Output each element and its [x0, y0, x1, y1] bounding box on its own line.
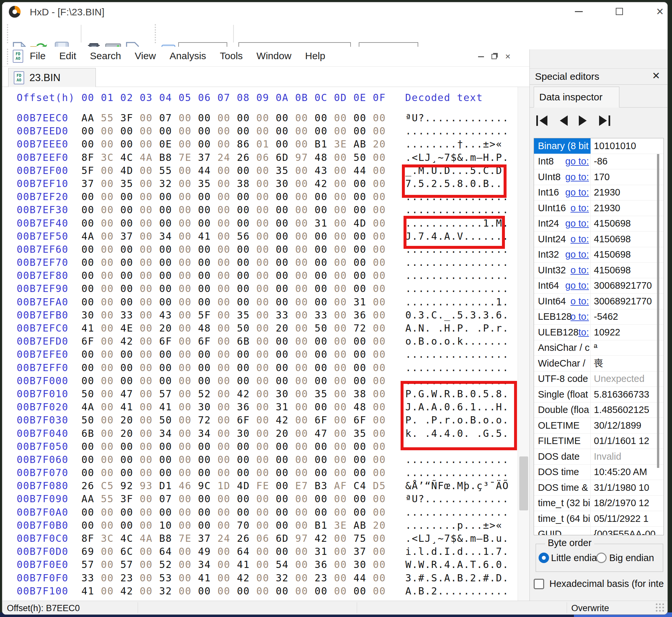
hex-byte[interactable]: 00 — [237, 257, 250, 268]
decoded-text[interactable]: ................ — [405, 454, 509, 465]
inspector-value[interactable]: 30/12/1899 — [591, 418, 664, 433]
hex-byte[interactable]: D5 — [373, 480, 386, 491]
hex-byte[interactable]: 00 — [354, 230, 367, 242]
hex-byte[interactable]: 00 — [373, 165, 386, 176]
hex-byte[interactable]: 37 — [81, 178, 94, 189]
hex-byte[interactable]: 35 — [237, 309, 250, 321]
hex-byte[interactable]: 00 — [217, 414, 231, 426]
hex-byte[interactable]: 00 — [334, 559, 347, 570]
hex-byte[interactable]: 00 — [314, 585, 328, 597]
hex-row[interactable]: 00B7F050 00 00 00 00 00 00 00 00 00 00 0… — [2, 440, 509, 453]
hex-byte[interactable]: 43 — [314, 165, 328, 176]
hex-byte[interactable]: 3C — [101, 152, 114, 163]
hex-byte[interactable]: 00 — [295, 125, 308, 137]
hex-byte[interactable]: 00 — [256, 336, 269, 347]
hex-byte[interactable]: 00 — [334, 388, 347, 400]
hex-editor[interactable]: Offset(h) 00 01 02 03 04 05 06 07 08 09 … — [2, 87, 529, 601]
hex-byte[interactable]: 00 — [120, 191, 134, 202]
hex-byte[interactable]: 00 — [140, 204, 153, 215]
hex-byte[interactable]: 00 — [198, 296, 211, 308]
hex-byte[interactable]: 33 — [314, 309, 328, 321]
hex-byte[interactable]: 00 — [334, 336, 347, 347]
hex-byte[interactable]: 00 — [334, 309, 347, 321]
hex-byte[interactable]: 00 — [101, 375, 114, 387]
hex-byte[interactable]: 00 — [295, 520, 308, 531]
hex-byte[interactable]: 00 — [354, 506, 367, 518]
hex-byte[interactable]: 00 — [198, 493, 211, 504]
hex-byte[interactable]: 00 — [179, 349, 192, 360]
hex-byte[interactable]: 00 — [373, 533, 386, 544]
hex-byte[interactable]: 6F — [159, 336, 172, 347]
hex-byte[interactable]: 00 — [354, 244, 367, 255]
hex-byte[interactable]: 00 — [373, 428, 386, 439]
hex-byte[interactable]: 00 — [295, 414, 308, 426]
hex-byte[interactable]: 34 — [159, 428, 172, 439]
hex-byte[interactable]: 00 — [179, 428, 192, 439]
hex-byte[interactable]: 00 — [276, 230, 289, 242]
hex-row[interactable]: 00B7F070 00 00 00 00 00 00 00 00 00 00 0… — [2, 466, 509, 479]
hex-byte[interactable]: 00 — [237, 204, 250, 215]
hex-byte[interactable]: 72 — [198, 414, 211, 426]
hex-byte[interactable]: 00 — [179, 441, 192, 452]
hex-byte[interactable]: 00 — [373, 349, 386, 360]
hex-byte[interactable]: 00 — [334, 454, 347, 465]
hex-byte[interactable]: 00 — [256, 165, 269, 176]
hex-byte[interactable]: 00 — [217, 178, 231, 189]
hex-byte[interactable]: 00 — [140, 244, 153, 255]
hex-byte[interactable]: 00 — [179, 546, 192, 557]
hex-byte[interactable]: 5F — [198, 309, 211, 321]
hex-byte[interactable]: 00 — [198, 270, 211, 281]
decoded-text[interactable]: ................ — [405, 191, 509, 202]
hex-byte[interactable]: 00 — [198, 467, 211, 478]
hex-byte[interactable]: 00 — [354, 283, 367, 294]
hex-byte[interactable]: 00 — [101, 165, 114, 176]
hex-byte[interactable]: 24 — [217, 533, 231, 544]
hex-byte[interactable]: 00 — [159, 454, 172, 465]
little-endian-radio[interactable] — [538, 553, 549, 563]
hex-byte[interactable]: 00 — [217, 454, 231, 465]
hex-byte[interactable]: 00 — [179, 388, 192, 400]
hex-byte[interactable]: 42 — [237, 388, 250, 400]
hex-byte[interactable]: 00 — [140, 546, 153, 557]
hex-byte[interactable]: 00 — [140, 401, 153, 413]
hex-byte[interactable]: 00 — [276, 244, 289, 255]
hex-byte[interactable]: 00 — [101, 401, 114, 413]
hex-byte[interactable]: 00 — [373, 296, 386, 308]
inspector-value[interactable]: 01/1/1601 12 — [591, 434, 664, 449]
hex-byte[interactable]: 10 — [159, 520, 172, 531]
hex-byte[interactable]: 00 — [237, 349, 250, 360]
hex-byte[interactable]: 00 — [237, 191, 250, 202]
goto-link[interactable]: go to: — [565, 187, 589, 198]
hex-byte[interactable]: 00 — [295, 559, 308, 570]
hex-byte[interactable]: 00 — [101, 572, 114, 584]
decoded-text[interactable]: P. .P.r.o.B.o.o. — [405, 414, 509, 426]
hex-byte[interactable]: 00 — [237, 441, 250, 452]
hex-byte[interactable]: 00 — [101, 270, 114, 281]
hex-byte[interactable]: B8 — [159, 533, 172, 544]
decoded-text[interactable]: .<LJ¸~7$&.m—B.u. — [405, 533, 509, 544]
hex-byte[interactable]: 31 — [314, 546, 328, 557]
hex-byte[interactable]: 92 — [120, 480, 134, 491]
hex-byte[interactable]: 00 — [295, 546, 308, 557]
hex-row[interactable]: 00B7F040 6B 00 20 00 34 00 34 00 30 00 2… — [2, 427, 509, 440]
hex-byte[interactable]: 32 — [159, 585, 172, 597]
hex-byte[interactable]: 00 — [334, 165, 347, 176]
hex-byte[interactable]: 30 — [198, 401, 211, 413]
hex-byte[interactable]: 00 — [256, 428, 269, 439]
hex-byte[interactable]: 00 — [314, 204, 328, 215]
hex-byte[interactable]: 00 — [256, 454, 269, 465]
hex-byte[interactable]: 00 — [140, 112, 153, 124]
goto-link[interactable]: go to: — [565, 218, 589, 229]
hex-byte[interactable]: 00 — [120, 204, 134, 215]
hex-byte[interactable]: 00 — [217, 349, 231, 360]
hex-byte[interactable]: 00 — [373, 112, 386, 124]
hex-byte[interactable]: 00 — [237, 165, 250, 176]
hex-byte[interactable]: 6C — [120, 546, 134, 557]
hex-byte[interactable]: 55 — [159, 165, 172, 176]
inspector-value[interactable]: 4150698 — [591, 231, 664, 247]
hex-byte[interactable]: 00 — [256, 401, 269, 413]
decoded-text[interactable]: ................ — [405, 467, 509, 478]
next-byte-button[interactable] — [577, 115, 589, 127]
hex-byte[interactable]: 00 — [179, 191, 192, 202]
hex-byte[interactable]: 00 — [217, 191, 231, 202]
